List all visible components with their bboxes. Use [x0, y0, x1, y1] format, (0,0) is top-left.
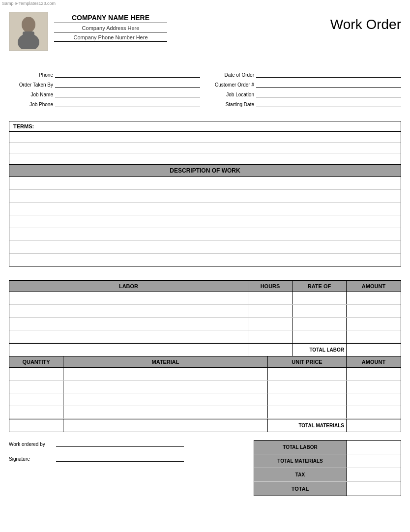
materials-row-4-amount[interactable] — [347, 406, 401, 418]
date-of-order-input[interactable] — [256, 71, 401, 78]
labor-row-1-amount[interactable] — [347, 292, 401, 304]
starting-date-input[interactable] — [256, 100, 401, 107]
labor-row-4-amount[interactable] — [347, 330, 401, 343]
labor-row-2-amount[interactable] — [347, 305, 401, 317]
document-title: Work Order — [330, 12, 401, 32]
labor-row-4-hours[interactable] — [248, 330, 293, 343]
materials-row-4-unit-price[interactable] — [268, 406, 347, 418]
job-phone-input[interactable] — [55, 100, 200, 107]
materials-row-4-material[interactable] — [63, 406, 268, 418]
starting-date-label: Starting Date — [210, 102, 254, 107]
materials-row-3-amount[interactable] — [347, 393, 401, 406]
total-materials-value[interactable] — [347, 419, 401, 432]
desc-row-4[interactable] — [9, 215, 401, 228]
desc-row-3[interactable] — [9, 203, 401, 215]
labor-row-2-labor[interactable] — [9, 305, 248, 317]
materials-row-3[interactable] — [9, 393, 401, 406]
job-location-label: Job Location — [210, 92, 254, 97]
labor-section: LABOR HOURS RATE OF AMOUNT — [9, 280, 401, 356]
company-info-block: COMPANY NAME HERE Company Address Here C… — [9, 12, 167, 51]
tax-row: TAX — [254, 468, 401, 482]
labor-row-3-rate[interactable] — [293, 318, 347, 330]
company-text-block: COMPANY NAME HERE Company Address Here C… — [54, 12, 167, 44]
order-taken-by-row: Order Taken By — [9, 81, 200, 88]
materials-row-2-material[interactable] — [63, 381, 268, 393]
terms-header: TERMS: — [9, 121, 401, 132]
job-location-input[interactable] — [256, 90, 401, 97]
signature-label: Signature — [9, 456, 53, 462]
materials-row-1-material[interactable] — [63, 368, 268, 380]
materials-row-1-qty[interactable] — [9, 368, 63, 380]
labor-row-3[interactable] — [9, 318, 401, 330]
terms-row-1[interactable] — [9, 132, 401, 143]
signature-input[interactable] — [56, 455, 184, 462]
labor-row-1-hours[interactable] — [248, 292, 293, 304]
customer-order-input[interactable] — [256, 81, 401, 88]
company-logo — [9, 12, 48, 51]
labor-row-2[interactable] — [9, 305, 401, 318]
job-name-input[interactable] — [55, 90, 200, 97]
labor-row-2-hours[interactable] — [248, 305, 293, 317]
signature-row: Signature — [9, 455, 244, 462]
materials-row-3-unit-price[interactable] — [268, 393, 347, 406]
materials-row-4[interactable] — [9, 406, 401, 419]
tax-label: TAX — [254, 468, 347, 481]
starting-date-row: Starting Date — [210, 100, 401, 107]
desc-row-7[interactable] — [9, 254, 401, 266]
labor-row-4-rate[interactable] — [293, 330, 347, 343]
labor-row-4[interactable] — [9, 330, 401, 343]
materials-row-2-unit-price[interactable] — [268, 381, 347, 393]
grand-total-row: TOTAL — [254, 482, 401, 496]
materials-row-2-amount[interactable] — [347, 381, 401, 393]
terms-row-2[interactable] — [9, 143, 401, 153]
materials-row-3-qty[interactable] — [9, 393, 63, 406]
order-taken-by-label: Order Taken By — [9, 82, 53, 88]
signature-section: Work ordered by Signature — [9, 440, 254, 462]
labor-row-2-rate[interactable] — [293, 305, 347, 317]
labor-row-3-labor[interactable] — [9, 318, 248, 330]
labor-row-1-labor[interactable] — [9, 292, 248, 304]
work-ordered-input[interactable] — [56, 440, 184, 447]
job-name-label: Job Name — [9, 92, 53, 97]
date-of-order-row: Date of Order — [210, 71, 401, 78]
desc-row-5[interactable] — [9, 228, 401, 241]
total-labor-value[interactable] — [347, 344, 401, 356]
grand-total-value[interactable] — [347, 482, 401, 496]
tax-value[interactable] — [347, 468, 401, 481]
description-header: DESCRIPTION OF WORK — [9, 165, 401, 177]
work-ordered-label: Work ordered by — [9, 442, 53, 447]
materials-row-2[interactable] — [9, 381, 401, 393]
total-materials-summary-value[interactable] — [347, 454, 401, 468]
watermark: Sample-Templates123.com — [0, 0, 410, 7]
materials-col-material: MATERIAL — [63, 356, 268, 367]
desc-row-2[interactable] — [9, 190, 401, 203]
desc-row-6[interactable] — [9, 241, 401, 254]
desc-row-1[interactable] — [9, 177, 401, 190]
labor-row-3-amount[interactable] — [347, 318, 401, 330]
total-labor-summary-value[interactable] — [347, 441, 401, 454]
materials-row-1-amount[interactable] — [347, 368, 401, 380]
labor-row-4-labor[interactable] — [9, 330, 248, 343]
materials-row-3-material[interactable] — [63, 393, 268, 406]
terms-row-3[interactable] — [9, 153, 401, 164]
company-address: Company Address Here — [54, 25, 167, 32]
company-name: COMPANY NAME HERE — [54, 14, 167, 23]
labor-col-labor: LABOR — [9, 281, 248, 292]
phone-label: Phone — [9, 72, 53, 78]
order-taken-by-input[interactable] — [55, 81, 200, 88]
job-name-row: Job Name — [9, 90, 200, 97]
materials-section: QUANTITY MATERIAL UNIT PRICE AMOUNT — [9, 356, 401, 432]
labor-row-1-rate[interactable] — [293, 292, 347, 304]
labor-col-rate: RATE OF — [293, 281, 347, 292]
company-phone: Company Phone Number Here — [54, 34, 167, 42]
materials-row-4-qty[interactable] — [9, 406, 63, 418]
materials-row-2-qty[interactable] — [9, 381, 63, 393]
form-fields-section: Phone Date of Order Order Taken By Custo… — [9, 71, 401, 112]
materials-row-1-unit-price[interactable] — [268, 368, 347, 380]
total-labor-label: TOTAL LABOR — [293, 344, 347, 356]
labor-header-row: LABOR HOURS RATE OF AMOUNT — [9, 281, 401, 292]
phone-input[interactable] — [55, 71, 200, 78]
labor-row-3-hours[interactable] — [248, 318, 293, 330]
materials-row-1[interactable] — [9, 368, 401, 381]
labor-row-1[interactable] — [9, 292, 401, 305]
